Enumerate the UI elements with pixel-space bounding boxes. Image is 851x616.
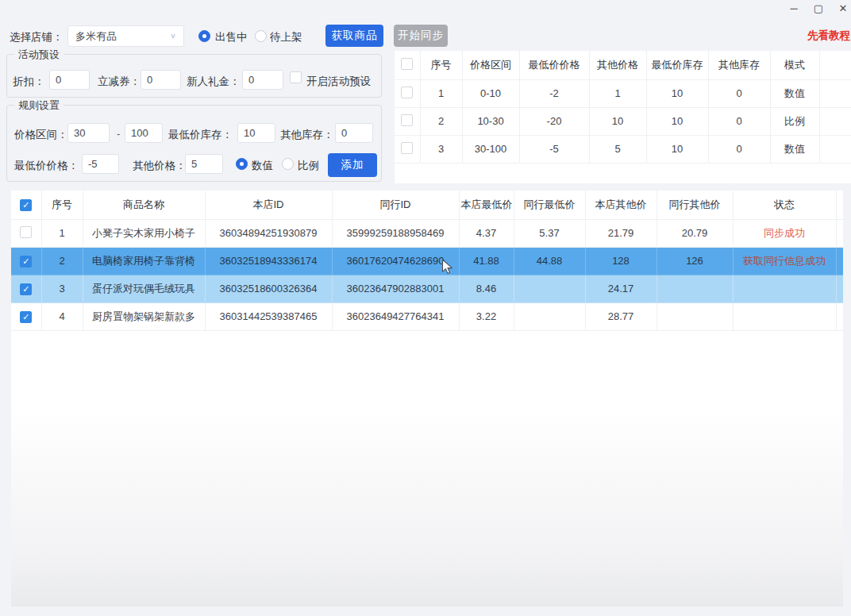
radio-mode-value[interactable] [236,158,248,170]
product-cell-peer_other [657,275,733,302]
product-cell-status: 获取同行信息成功 [733,247,836,275]
lowest-stock-input[interactable] [237,123,275,143]
product-row[interactable]: 2电脑椅家用椅子靠背椅36032518943336174360176204746… [11,247,843,275]
product-cell-peer_id: 35999259188958469 [332,219,459,247]
product-cell-name: 电脑椅家用椅子靠背椅 [83,247,205,275]
shop-select[interactable]: 多米有品 ∨ [67,25,184,47]
price-min-input[interactable] [67,123,110,143]
product-row-checkbox[interactable] [20,311,32,323]
products-header-checkbox-cell [11,191,41,219]
radio-pending[interactable] [255,30,267,42]
product-row[interactable]: 4厨房置物架锅架新款多36031442539387465360236494277… [11,302,843,330]
product-cell-shop_other: 24.17 [585,275,657,302]
rule-cell-mode: 数值 [770,135,819,163]
rules-col-lowest-price: 最低价价格 [519,51,589,79]
product-cell-shop_other: 128 [585,247,657,275]
rule-row[interactable]: 330-100-55100数值 [395,135,851,163]
product-cell-peer_other: 126 [657,247,733,275]
rule-cell-other: 1 [589,79,646,107]
radio-onsale-label[interactable]: 出售中 [215,30,248,44]
maximize-icon[interactable]: ▢ [812,2,825,14]
product-cell-filler [836,247,843,275]
product-cell-peer_low [514,302,585,330]
product-row-checkbox[interactable] [20,256,32,268]
rule-row-checkbox[interactable] [401,142,413,154]
other-price-input[interactable] [185,154,223,174]
app-window: ─ ▢ ✕ 选择店铺： 多米有品 ∨ 出售中 待上架 获取商品 开始同步 先看教… [0,0,851,616]
tutorial-link[interactable]: 先看教程 [807,29,850,43]
product-cell-shop_id: 36034894251930879 [205,219,332,247]
rule-cell-other_stock: 0 [708,79,770,107]
rules-header-checkbox-cell [395,51,420,79]
rule-row-checkbox-cell [395,107,420,135]
products-col-peer-id: 同行ID [332,191,459,219]
rule-cell-range: 0-10 [462,79,519,107]
other-price-label: 其他价格： [133,159,187,173]
radio-mode-ratio-label[interactable]: 比例 [298,159,319,173]
rule-cell-mode: 比例 [770,107,819,135]
product-cell-name: 蛋仔派对玩偶毛绒玩具 [83,275,205,302]
product-row[interactable]: 3蛋仔派对玩偶毛绒玩具36032518600326364360236479028… [11,275,843,302]
activity-preset-checkbox-label[interactable]: 开启活动预设 [306,75,371,89]
window-controls: ─ ▢ ✕ [787,2,851,14]
product-cell-peer_low: 5.37 [514,219,585,247]
lowest-price-label: 最低价价格： [14,159,79,173]
product-cell-shop_other: 21.79 [585,219,657,247]
products-col-name: 商品名称 [83,191,205,219]
rules-col-filler [819,51,851,79]
products-header-checkbox[interactable] [20,199,32,211]
rules-header-checkbox[interactable] [401,58,413,70]
rule-cell-other_stock: 0 [708,107,770,135]
rule-cell-mode: 数值 [770,79,819,107]
rule-row-checkbox[interactable] [401,114,413,126]
rule-cell-range: 30-100 [462,135,519,163]
price-max-input[interactable] [125,123,163,143]
radio-onsale[interactable] [198,30,210,42]
product-row-checkbox[interactable] [20,226,32,238]
activity-preset-checkbox[interactable] [290,71,302,83]
other-stock-input[interactable] [335,123,373,143]
radio-pending-label[interactable]: 待上架 [270,30,302,44]
discount-input[interactable] [49,70,90,90]
rules-col-no: 序号 [420,51,462,79]
rule-row-checkbox-cell [395,135,420,163]
products-table: 序号 商品名称 本店ID 同行ID 本店最低价 同行最低价 本店其他价 同行其他… [11,191,843,331]
close-icon[interactable]: ✕ [837,2,849,14]
rule-row-checkbox[interactable] [401,87,413,98]
coupon-input[interactable] [141,70,181,90]
fetch-products-button[interactable]: 获取商品 [325,25,383,47]
rule-cell-lowest: -5 [519,135,589,163]
product-cell-filler [836,302,843,330]
minimize-icon[interactable]: ─ [787,2,800,14]
chevron-down-icon: ∨ [170,32,176,40]
discount-label: 折扣： [13,75,45,89]
rules-col-range: 价格区间 [462,51,519,79]
rule-cell-lowest_stock: 10 [646,107,708,135]
rule-settings-title: 规则设置 [14,98,64,113]
gift-input[interactable] [242,70,283,90]
rules-table-header-row: 序号 价格区间 最低价价格 其他价格 最低价库存 其他库存 模式 [395,51,851,79]
rule-cell-lowest: -2 [519,79,589,107]
price-range-dash: - [117,128,120,140]
products-col-filler [836,191,843,219]
products-col-shop-other: 本店其他价 [585,191,657,219]
product-cell-peer_id: 36023649427764341 [332,302,459,330]
price-range-label: 价格区间： [14,128,68,142]
lowest-price-input[interactable] [82,154,119,174]
rule-row[interactable]: 210-30-2010100比例 [395,107,851,135]
rules-col-other-price: 其他价格 [589,51,646,79]
product-cell-no: 4 [41,302,83,330]
product-row[interactable]: 1小凳子实木家用小椅子36034894251930879359992591889… [11,219,843,247]
rule-cell-no: 1 [420,79,462,107]
radio-mode-value-label[interactable]: 数值 [252,159,273,173]
product-row-checkbox[interactable] [20,283,32,295]
rule-cell-no: 2 [420,107,462,135]
start-sync-button[interactable]: 开始同步 [394,25,448,47]
rule-cell-filler [819,135,851,163]
rule-row[interactable]: 10-10-21100数值 [395,79,851,107]
add-rule-button[interactable]: 添加 [328,153,377,177]
product-cell-shop_other: 28.77 [585,302,657,330]
product-cell-peer_other [657,302,733,330]
radio-mode-ratio[interactable] [282,158,294,170]
product-row-checkbox-cell [11,247,41,275]
